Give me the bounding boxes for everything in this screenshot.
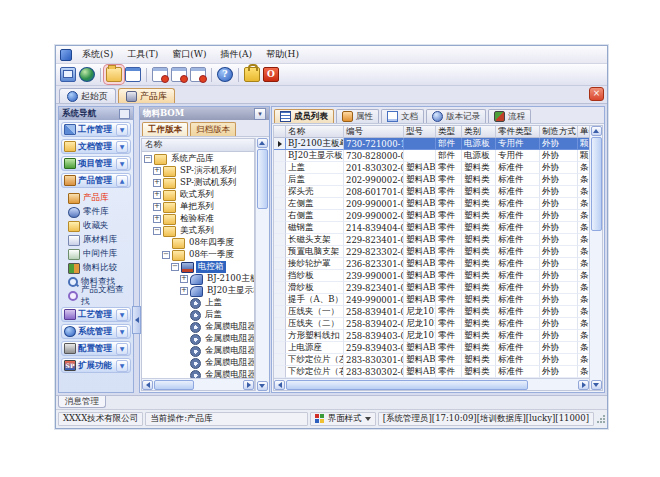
scrollbar-thumb[interactable] (286, 380, 528, 390)
ui-style-selector[interactable]: 界面样式 (310, 412, 376, 426)
expand-icon[interactable]: + (153, 167, 161, 175)
scroll-down-icon[interactable] (257, 381, 268, 391)
scroll-right-icon[interactable] (243, 380, 254, 390)
nav-item-产品库[interactable]: 产品库 (68, 192, 131, 204)
scrollbar-thumb[interactable] (154, 380, 194, 390)
tree-node-检验标准[interactable]: +检验标准 (142, 213, 254, 225)
tree-node-金属膜电阻器[interactable]: 金属膜电阻器 (142, 333, 254, 345)
column-header-类型[interactable]: 类型 (436, 126, 462, 138)
monitor-icon[interactable] (60, 67, 76, 82)
menu-item[interactable]: 插件(A) (214, 48, 260, 60)
nav-options-icon[interactable] (119, 109, 130, 119)
nav-section-工作管理[interactable]: 工作管理▼ (61, 122, 131, 137)
nav-item-产品文档查找[interactable]: 产品文档查找 (68, 290, 131, 302)
panel-tab-版本记录[interactable]: 版本记录 (426, 109, 486, 123)
table-row[interactable]: 挡纱板239-990001-01Z塑料ABS零件塑料类标准件外协条 (274, 270, 589, 282)
tree-node-美式系列[interactable]: −美式系列 (142, 225, 254, 237)
nav-section-产品管理[interactable]: 产品管理▲ (61, 173, 131, 188)
lock-icon[interactable] (244, 67, 260, 82)
panel-tab-流程[interactable]: 流程 (488, 109, 531, 123)
scroll-down-icon[interactable] (591, 380, 602, 390)
scroll-right-icon[interactable] (578, 380, 589, 390)
scroll-up-icon[interactable] (591, 126, 602, 136)
collapse-icon[interactable]: − (171, 263, 179, 271)
table-row[interactable]: 接纱轮护罩236-823301-00Z塑料ABS零件塑料类标准件外协条 (274, 258, 589, 270)
nav-section-项目管理[interactable]: 项目管理▼ (61, 156, 131, 171)
table-row[interactable]: 上盖201-830302-00Z塑料ABS零件塑料类标准件外协条 (274, 162, 589, 174)
expand-icon[interactable]: + (153, 215, 161, 223)
resize-grip[interactable] (597, 415, 605, 423)
nav-section-配置管理[interactable]: 配置管理▼ (61, 341, 131, 356)
table-row[interactable]: 下纱定位片（右）283-830302-00Z塑料ABS零件塑料类标准件外协条 (274, 366, 589, 378)
nav-section-工艺管理[interactable]: 工艺管理▼ (61, 307, 131, 322)
table-row[interactable]: 滑纱板239-823401-00Z塑料ABS零件塑料类标准件外协条 (274, 282, 589, 294)
window-table-icon[interactable] (125, 67, 141, 82)
panel-tab-成员列表[interactable]: 成员列表 (274, 109, 334, 123)
table-row[interactable]: 右侧盖209-990002-01Z塑料ABS零件塑料类标准件外协条 (274, 210, 589, 222)
nav-splitter[interactable] (134, 106, 138, 393)
chevron-down-icon[interactable]: ▼ (116, 124, 128, 136)
tree-node-SP-测试机系列[interactable]: +SP-测试机系列 (142, 177, 254, 189)
scroll-up-icon[interactable] (257, 138, 268, 148)
table-row[interactable]: 方形塑料线扣258-839403-00Z尼龙1010零件塑料类标准件外协条 (274, 330, 589, 342)
table-row[interactable]: 磁钢盖214-839404-01Z塑料ABS零件塑料类标准件外协条 (274, 222, 589, 234)
table-row[interactable]: 长磁头支架229-823401-00Z塑料ABS零件塑料类标准件外协条 (274, 234, 589, 246)
version-tab-归档版本[interactable]: 归档版本 (190, 122, 236, 136)
menu-item[interactable]: 工具(T) (120, 48, 165, 60)
grid-horizontal-scrollbar[interactable] (274, 378, 589, 390)
open-folder-icon[interactable] (106, 67, 122, 82)
tree-node-金属膜电阻器[interactable]: 金属膜电阻器 (142, 345, 254, 357)
tree-vertical-scrollbar[interactable] (255, 138, 268, 391)
menu-item[interactable]: 窗口(W) (165, 48, 213, 60)
column-header-型号[interactable]: 型号 (404, 126, 436, 138)
nav-item-物料比较[interactable]: 物料比较 (68, 262, 131, 274)
tree-node-SP-演示机系列[interactable]: +SP-演示机系列 (142, 165, 254, 177)
column-header-单位[interactable]: 单位 (578, 126, 589, 138)
expand-icon[interactable]: + (180, 287, 188, 295)
close-tab-button[interactable]: × (589, 87, 604, 101)
tree-node-08年四季度[interactable]: 08年四季度 (142, 237, 254, 249)
grid-vertical-scrollbar[interactable] (589, 126, 602, 390)
column-header-零件类型[interactable]: 零件类型 (496, 126, 540, 138)
tree-node-后盖[interactable]: 后盖 (142, 309, 254, 321)
nav-item-原材料库[interactable]: 原材料库 (68, 234, 131, 246)
tree-node-金属膜电阻器[interactable]: 金属膜电阻器 (142, 369, 254, 378)
column-header-编号[interactable]: 编号 (344, 126, 404, 138)
message-panel-tab[interactable]: 消息管理 (58, 396, 106, 408)
menu-item[interactable]: 系统(S) (75, 48, 120, 60)
table-row[interactable]: 预置电脑支架229-823302-00Z塑料ABS零件塑料类标准件外协条 (274, 246, 589, 258)
tree-node-电控箱[interactable]: −电控箱 (142, 261, 254, 273)
tree-node-金属膜电阻器[interactable]: 金属膜电阻器 (142, 321, 254, 333)
help-icon[interactable]: ? (217, 67, 233, 82)
table-row[interactable]: 后盖202-990002-01Z塑料ABS零件塑料类标准件外协条 (274, 174, 589, 186)
tree-node-BJ20主显示板[interactable]: +BJ20主显示板 (142, 285, 254, 297)
table-row[interactable]: 左侧盖209-990001-01Z塑料ABS零件塑料类标准件外协条 (274, 198, 589, 210)
globe-icon[interactable] (79, 67, 95, 82)
chevron-down-icon[interactable]: ▼ (116, 309, 128, 321)
nav-item-收藏夹[interactable]: 收藏夹 (68, 220, 131, 232)
table-row[interactable]: 上电源座259-839403-00Z塑料ABS零件塑料类标准件外协条 (274, 342, 589, 354)
table-row[interactable]: 下纱定位片（左）283-830301-00Z塑料ABS零件塑料类标准件外协条 (274, 354, 589, 366)
window-refresh-icon[interactable] (171, 67, 187, 82)
chevron-down-icon[interactable]: ▼ (116, 343, 128, 355)
chevron-down-icon[interactable]: ▼ (116, 360, 128, 372)
column-header-制造方式[interactable]: 制造方式 (540, 126, 578, 138)
expand-icon[interactable]: + (153, 179, 161, 187)
collapse-icon[interactable]: − (153, 227, 161, 235)
table-row[interactable]: BJ-2100主板单点730-721000-12Z部件电源板专用件外协颗 (274, 138, 589, 150)
version-tab-工作版本[interactable]: 工作版本 (142, 122, 188, 136)
scrollbar-thumb[interactable] (257, 149, 268, 209)
scrollbar-thumb[interactable] (591, 137, 602, 231)
scroll-left-icon[interactable] (142, 380, 153, 390)
tree-horizontal-scrollbar[interactable] (142, 378, 254, 390)
table-row[interactable]: 提手（A、B）249-990001-01Z塑料ABS零件塑料类标准件外协条 (274, 294, 589, 306)
nav-section-扩展功能[interactable]: SP扩展功能▼ (61, 358, 131, 373)
tree-column-header[interactable]: 名称 (142, 139, 254, 152)
column-header-名称[interactable]: 名称 (286, 126, 344, 138)
tree-node-系统产品库[interactable]: −系统产品库 (142, 153, 254, 165)
tree-node-欧式系列[interactable]: +欧式系列 (142, 189, 254, 201)
table-row[interactable]: 压线夹（一）258-839401-00Z尼龙1010零件塑料类标准件外协条 (274, 306, 589, 318)
panel-tab-文档[interactable]: 文档 (381, 109, 424, 123)
chevron-down-icon[interactable]: ▼ (116, 141, 128, 153)
nav-item-中间件库[interactable]: 中间件库 (68, 248, 131, 260)
